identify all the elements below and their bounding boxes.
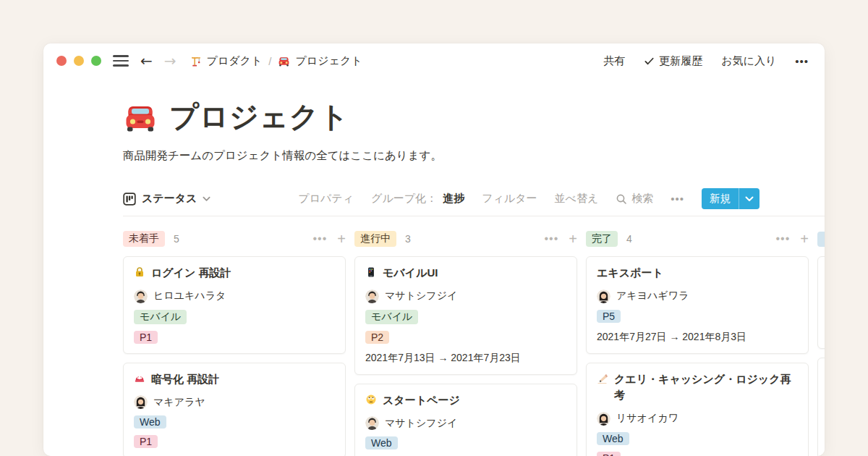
assignee-name: リサオイカワ [616, 412, 678, 425]
card-tag-row: Web [134, 415, 335, 428]
sort-button[interactable]: 並べ替え [555, 192, 599, 206]
card-title-row: クエリ・キャッシング・ロジック再考 [597, 371, 798, 404]
desktop-background: ← → プロダクト/ プロジェクト 共有 更新履歴お気に入り••• [0, 0, 868, 456]
car-icon [123, 100, 158, 135]
column-cards: エキスポート アキヨハギワラP52021年7月27日 → 2021年8月3日 ク… [586, 256, 809, 456]
card-title: ログイン 再設計 [151, 265, 231, 282]
assignee-name: ヒロユキハラタ [153, 290, 226, 303]
view-toolbar: ステータス プロパティ グループ化： 進捗 フィルター 並べ替え 検索 [123, 188, 760, 209]
column-header: 未着手5•••+ [123, 224, 346, 253]
card-tag-row: P1 [134, 435, 335, 448]
history-button[interactable]: 更新履歴 [644, 54, 702, 68]
column-more-icon[interactable]: ••• [545, 233, 559, 245]
breadcrumb-item[interactable]: プロダクト [190, 54, 263, 68]
forward-icon[interactable]: → [164, 54, 176, 68]
column-cards [817, 256, 825, 456]
search-icon [616, 193, 627, 205]
zoom-window-button[interactable] [91, 56, 101, 66]
share-label: 共有 [603, 54, 625, 68]
group-by-value[interactable]: 進捗 [443, 192, 464, 206]
card-date-range: 2021年7月27日 → 2021年8月3日 [597, 331, 798, 344]
menu-icon[interactable] [113, 55, 129, 67]
kanban-card[interactable]: モバイルUI マサトシフジイモバイルP22021年7月13日 → 2021年7月… [354, 256, 577, 375]
view-label: ステータス [142, 192, 197, 206]
favorites-button[interactable]: お気に入り [721, 54, 776, 68]
column-add-icon[interactable]: + [337, 232, 346, 246]
share-button[interactable]: 共有 [603, 54, 625, 68]
card-tag-row: P1 [597, 452, 798, 456]
card-date-range: 2021年7月13日 → 2021年7月23日 [365, 352, 566, 365]
column-status-tag[interactable] [817, 232, 825, 247]
card-title: 暗号化 再設計 [151, 371, 219, 388]
kanban-card[interactable]: エキスポート アキヨハギワラP52021年7月27日 → 2021年8月3日 [586, 256, 809, 354]
assignee-name: マサトシフジイ [385, 417, 457, 430]
kanban-card[interactable] [817, 256, 825, 349]
pen-icon [597, 373, 608, 384]
avatar [597, 290, 610, 303]
more-button[interactable]: ••• [795, 55, 809, 67]
column-cards: モバイルUI マサトシフジイモバイルP22021年7月13日 → 2021年7月… [354, 256, 577, 456]
new-button[interactable]: 新規 [702, 188, 760, 209]
column-status-tag[interactable]: 完了 [586, 231, 618, 247]
card-assignee: マサトシフジイ [365, 416, 566, 430]
card-tag-row: モバイル [365, 310, 566, 324]
breadcrumb-separator: / [268, 55, 271, 67]
chevron-down-icon[interactable] [739, 188, 760, 209]
card-tag: Web [597, 432, 629, 445]
helmet-icon [134, 373, 145, 384]
check-icon [644, 56, 655, 67]
kanban-card[interactable] [817, 358, 825, 456]
card-assignee: リサオイカワ [597, 412, 798, 426]
column-count: 5 [174, 233, 179, 245]
page-title: プロジェクト [169, 97, 349, 137]
column-more-icon[interactable]: ••• [776, 233, 791, 245]
avatar [134, 290, 148, 303]
crane-icon [190, 55, 202, 67]
properties-button[interactable]: プロパティ [298, 192, 354, 206]
kanban-card[interactable]: 暗号化 再設計 マキアラヤWebP1 [123, 363, 346, 456]
back-icon[interactable]: ← [140, 54, 153, 68]
kanban-card[interactable]: ログイン 再設計 ヒロユキハラタモバイルP1 [123, 256, 346, 354]
column-count: 4 [626, 233, 632, 245]
group-by-label[interactable]: グループ化： [371, 192, 437, 206]
column-more-icon[interactable]: ••• [313, 233, 328, 245]
card-tag: モバイル [365, 310, 418, 324]
board-column: 未着手5•••+ ログイン 再設計 ヒロユキハラタモバイルP1 暗号化 再設計 … [123, 224, 346, 456]
page-title-row: プロジェクト [123, 97, 825, 137]
column-tools: •••+ [313, 232, 346, 246]
breadcrumb-label: プロジェクト [295, 54, 362, 68]
column-header [817, 224, 825, 253]
breadcrumb-label: プロダクト [207, 54, 263, 68]
close-window-button[interactable] [56, 56, 67, 66]
toolbar-more-button[interactable]: ••• [671, 193, 684, 205]
column-status-tag[interactable]: 進行中 [354, 231, 396, 247]
card-title: クエリ・キャッシング・ロジック再考 [614, 371, 798, 404]
card-tag: P1 [134, 331, 158, 344]
filter-button[interactable]: フィルター [482, 192, 537, 206]
column-tools: •••+ [545, 232, 578, 246]
search-button[interactable]: 検索 [616, 192, 653, 206]
board-column: 進行中3•••+ モバイルUI マサトシフジイモバイルP22021年7月13日 … [354, 224, 577, 456]
card-title-row: モバイルUI [365, 265, 566, 282]
column-add-icon[interactable]: + [800, 232, 809, 246]
card-tag-row: Web [597, 432, 798, 445]
assignee-name: マサトシフジイ [385, 290, 457, 303]
kanban-card[interactable]: スタートページ マサトシフジイWebP2 [354, 384, 577, 456]
minimize-window-button[interactable] [74, 56, 84, 66]
card-title-row: エキスポート [597, 265, 798, 282]
column-status-tag[interactable]: 未着手 [123, 231, 165, 247]
column-add-icon[interactable]: + [569, 232, 577, 246]
view-switcher[interactable]: ステータス [123, 192, 210, 206]
card-tag-row: モバイル [134, 310, 335, 324]
card-tag: P2 [365, 331, 389, 344]
card-tag: P1 [597, 452, 621, 456]
card-tag: P5 [597, 310, 621, 323]
traffic-lights [56, 56, 101, 66]
board-column: 完了4•••+エキスポート アキヨハギワラP52021年7月27日 → 2021… [586, 224, 809, 456]
breadcrumb-item[interactable]: プロジェクト [278, 54, 362, 68]
card-title: エキスポート [597, 265, 663, 282]
avatar [597, 412, 610, 426]
kanban-card[interactable]: クエリ・キャッシング・ロジック再考 リサオイカワWebP1 [586, 363, 809, 456]
app-window: ← → プロダクト/ プロジェクト 共有 更新履歴お気に入り••• [43, 43, 825, 456]
avatar [134, 395, 148, 409]
